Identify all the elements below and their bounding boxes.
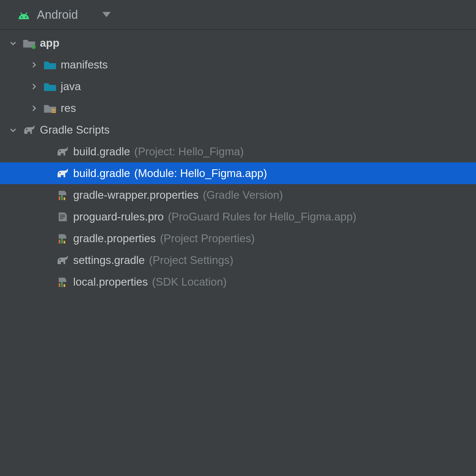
tree-node-label: gradle-wrapper.properties: [73, 189, 199, 201]
properties-file-icon: [56, 189, 69, 201]
tree-node-note: (Project: Hello_Figma): [134, 145, 244, 158]
gradle-icon: [56, 167, 69, 179]
chevron-right-icon[interactable]: [30, 104, 38, 112]
tree-node-label: Gradle Scripts: [40, 124, 109, 136]
properties-file-icon: [56, 233, 69, 245]
tree-node-proguard[interactable]: proguard-rules.pro (ProGuard Rules for H…: [0, 206, 476, 228]
tree-node-manifests[interactable]: manifests: [0, 54, 476, 76]
tree-node-gradle-properties[interactable]: gradle.properties (Project Properties): [0, 228, 476, 249]
chevron-down-icon[interactable]: [9, 39, 17, 47]
text-file-icon: [56, 211, 69, 223]
tree-node-label: gradle.properties: [73, 232, 156, 245]
project-view-label: Android: [37, 8, 78, 21]
gradle-icon: [56, 254, 69, 266]
folder-icon: [43, 59, 57, 71]
tree-node-label: app: [40, 37, 60, 49]
tree-node-gradle-scripts[interactable]: Gradle Scripts: [0, 119, 476, 141]
chevron-right-icon[interactable]: [30, 82, 38, 91]
tree-node-label: java: [61, 80, 81, 93]
tree-node-java[interactable]: java: [0, 76, 476, 97]
tree-node-label: proguard-rules.pro: [73, 211, 164, 223]
tree-node-label: build.gradle: [73, 167, 130, 180]
module-folder-icon: [23, 37, 36, 49]
gradle-icon: [56, 146, 69, 158]
tree-node-label: res: [61, 102, 76, 115]
tree-node-build-gradle-project[interactable]: build.gradle (Project: Hello_Figma): [0, 141, 476, 162]
tree-node-settings-gradle[interactable]: settings.gradle (Project Settings): [0, 249, 476, 271]
tree-node-note: (ProGuard Rules for Hello_Figma.app): [168, 211, 356, 223]
gradle-icon: [23, 124, 36, 136]
tree-node-build-gradle-module[interactable]: build.gradle (Module: Hello_Figma.app): [0, 162, 476, 184]
tree-node-note: (Module: Hello_Figma.app): [134, 167, 267, 180]
project-view-selector[interactable]: Android: [0, 0, 476, 30]
dropdown-chevron-icon: [102, 12, 111, 17]
tree-node-local-properties[interactable]: local.properties (SDK Location): [0, 271, 476, 293]
properties-file-icon: [56, 276, 69, 288]
tree-node-note: (SDK Location): [152, 276, 227, 288]
tree-node-gradle-wrapper[interactable]: gradle-wrapper.properties (Gradle Versio…: [0, 184, 476, 206]
android-icon: [17, 10, 30, 19]
tree-node-note: (Project Properties): [160, 232, 255, 245]
tree-node-app[interactable]: app: [0, 32, 476, 54]
res-folder-icon: [43, 102, 57, 114]
tree-node-label: local.properties: [73, 276, 148, 288]
chevron-right-icon[interactable]: [30, 61, 38, 69]
tree-node-res[interactable]: res: [0, 97, 476, 119]
tree-node-label: manifests: [61, 59, 108, 71]
tree-node-note: (Project Settings): [149, 254, 234, 267]
chevron-down-icon[interactable]: [9, 126, 17, 134]
tree-node-label: settings.gradle: [73, 254, 145, 267]
tree-node-label: build.gradle: [73, 145, 130, 158]
folder-icon: [43, 81, 57, 93]
project-tree: app manifests java res Gradle Scripts bu…: [0, 30, 476, 293]
tree-node-note: (Gradle Version): [203, 189, 283, 201]
